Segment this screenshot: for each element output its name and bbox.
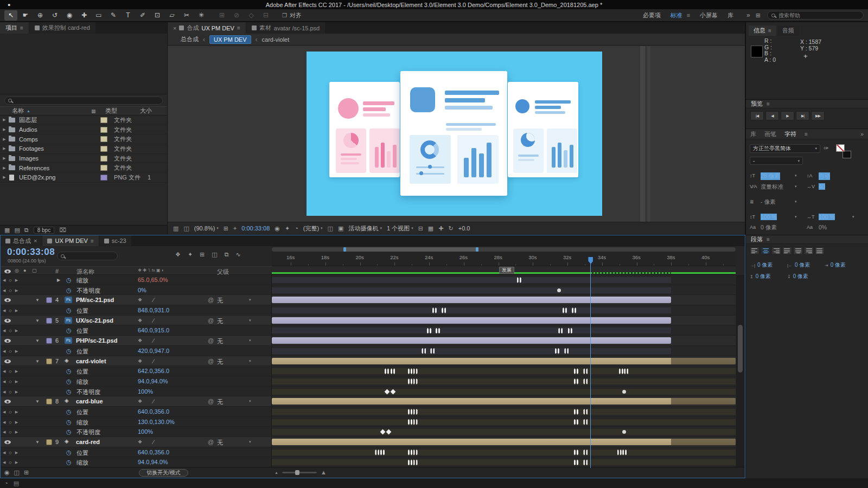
collapse-switch[interactable]: ❖ bbox=[138, 338, 142, 343]
column-type[interactable]: 类型 bbox=[105, 107, 140, 115]
property-value[interactable]: 100% bbox=[138, 428, 153, 435]
space-before-field[interactable]: ↥0 像素 bbox=[750, 272, 786, 281]
keyframe[interactable] bbox=[413, 419, 418, 425]
keyframe-nav[interactable]: ◀ ◇ ▶ bbox=[3, 369, 19, 374]
caret-down-icon[interactable]: ▾ bbox=[795, 200, 797, 204]
keyframe[interactable] bbox=[413, 378, 418, 384]
resolution-select[interactable]: (完整)▾ bbox=[303, 224, 323, 233]
selection-tool[interactable]: ↖ bbox=[4, 10, 17, 21]
stopwatch-icon[interactable]: ◷ bbox=[66, 368, 72, 375]
property-value[interactable]: 130.0,130.0% bbox=[138, 419, 175, 425]
stopwatch-icon[interactable]: ◷ bbox=[66, 428, 72, 435]
channels-icon[interactable]: ◫ bbox=[183, 225, 189, 232]
expand-transfer-controls-icon[interactable]: ◫ bbox=[14, 469, 20, 476]
label-color-chip[interactable] bbox=[46, 338, 52, 344]
magnification-select[interactable]: (90.8%)▾ bbox=[194, 225, 219, 232]
parent-pickwhip-icon[interactable]: @ bbox=[208, 358, 214, 364]
collapse-switch[interactable]: ❖ bbox=[138, 358, 142, 364]
keyframe-nav[interactable]: ◀ ◇ ▶ bbox=[3, 329, 19, 333]
font-style-select[interactable]: - ▾ bbox=[750, 157, 803, 165]
hand-tool[interactable]: ☛ bbox=[19, 10, 32, 21]
disclosure-icon[interactable]: ▼ bbox=[35, 359, 40, 364]
keyframe[interactable] bbox=[555, 348, 559, 354]
eraser-tool[interactable]: ▱ bbox=[165, 10, 178, 21]
exposure-value[interactable]: +0.0 bbox=[458, 225, 470, 232]
char-field-value[interactable]: 度量标准 bbox=[761, 183, 783, 191]
collapse-switch[interactable]: ❖ bbox=[138, 297, 142, 303]
property-value[interactable]: 94.0,94.0% bbox=[138, 378, 168, 384]
keyframe[interactable] bbox=[422, 348, 426, 354]
rotation-tool[interactable]: ↺ bbox=[48, 10, 61, 21]
timeline-property-row[interactable]: ◀ ◇ ▶◷位置420.0,947.0 bbox=[1, 346, 736, 356]
quality-switch[interactable]: ∕ bbox=[153, 297, 154, 303]
stopwatch-icon[interactable]: ◷ bbox=[66, 408, 72, 415]
shape-tool[interactable]: ▭ bbox=[92, 10, 105, 21]
zoom-slider[interactable] bbox=[282, 472, 317, 473]
property-value[interactable]: 848.0,931.0 bbox=[138, 307, 169, 313]
keyframe[interactable] bbox=[517, 277, 521, 283]
keyframe-nav[interactable]: ◀ ◇ ▶ bbox=[3, 460, 19, 465]
work-area-end-handle[interactable] bbox=[476, 247, 478, 252]
char-field-value[interactable]: 100 % bbox=[819, 214, 835, 220]
indent-left-field[interactable]: →|0 像素 bbox=[750, 261, 786, 269]
project-column-headers[interactable]: 名称▲ ▦ 类型 大小 bbox=[0, 106, 167, 115]
stopwatch-icon[interactable]: ◷ bbox=[66, 348, 72, 355]
caret-down-icon[interactable]: ▾ bbox=[795, 215, 797, 219]
keyframe-nav[interactable]: ◀ ◇ ▶ bbox=[3, 278, 19, 282]
quality-switch[interactable]: ∕ bbox=[153, 358, 154, 364]
time-ruler[interactable]: 16s18s20s22s24s26s28s30s32s34s36s38s40s bbox=[272, 246, 736, 266]
keyframe[interactable] bbox=[574, 409, 578, 415]
property-value[interactable]: 420.0,947.0 bbox=[138, 348, 169, 354]
parent-pickwhip-icon[interactable]: @ bbox=[208, 398, 214, 404]
work-area-start-handle[interactable] bbox=[343, 247, 346, 252]
interpret-footage-icon[interactable]: ▤ bbox=[14, 227, 20, 234]
keyframe[interactable] bbox=[413, 450, 418, 455]
char-field-value[interactable]: 28 像素 bbox=[761, 172, 780, 180]
project-row[interactable]: ▶Comps文件夹 bbox=[0, 134, 167, 144]
previous-frame-button[interactable]: ◀ bbox=[765, 111, 779, 120]
keyframe[interactable] bbox=[436, 328, 440, 333]
play-button[interactable]: ▶ bbox=[781, 111, 794, 120]
workspace-overflow-icon[interactable]: » bbox=[746, 11, 750, 19]
stopwatch-icon[interactable]: ◷ bbox=[66, 277, 72, 284]
keyframe-nav[interactable]: ◀ ◇ ▶ bbox=[3, 390, 19, 394]
keyframe[interactable] bbox=[619, 368, 623, 374]
disclosure-icon[interactable]: ▶ bbox=[0, 175, 9, 179]
panel-menu-icon[interactable]: ≡ bbox=[805, 131, 808, 137]
keyframe[interactable] bbox=[375, 450, 379, 455]
stopwatch-icon[interactable]: ◷ bbox=[66, 388, 72, 395]
tab-composition-ux-pm-dev[interactable]: × 合成 UX PM DEV ≡ bbox=[168, 22, 246, 34]
type-tool[interactable]: T bbox=[122, 10, 135, 21]
collapse-switch[interactable]: ❖ bbox=[138, 399, 142, 404]
label-color-chip[interactable] bbox=[100, 165, 107, 171]
align-toggle[interactable]: ❐ 对齐 bbox=[282, 11, 302, 20]
keyframe-nav[interactable]: ◀ ◇ ▶ bbox=[3, 288, 19, 293]
keyframe[interactable] bbox=[622, 450, 627, 455]
layer-duration-bar[interactable] bbox=[272, 439, 736, 445]
stroke-color-swatch[interactable] bbox=[836, 144, 845, 152]
eye-icon[interactable] bbox=[4, 400, 11, 403]
puppet-pin-tool[interactable]: ✳ bbox=[195, 10, 208, 21]
camera-widget-icon[interactable]: ⊟ bbox=[259, 10, 272, 21]
keyframe[interactable] bbox=[413, 368, 418, 374]
fast-previews-icon[interactable]: ◫ bbox=[328, 225, 333, 232]
keyframe[interactable] bbox=[568, 328, 572, 333]
indent-right-field[interactable]: |←0 像素 bbox=[787, 261, 823, 269]
stopwatch-icon[interactable]: ◷ bbox=[66, 459, 72, 466]
expand-layer-switches-icon[interactable]: ◉ bbox=[4, 469, 10, 476]
mini-timeline-icon[interactable]: ▦ bbox=[428, 225, 433, 232]
tab-footage-sc-15[interactable]: 素材 avatar /sc-15.psd bbox=[246, 22, 325, 34]
label-color-chip[interactable] bbox=[46, 399, 52, 404]
workspace-tab[interactable]: 必要项 bbox=[643, 11, 661, 20]
label-color-chip[interactable] bbox=[100, 136, 107, 142]
stopwatch-icon[interactable]: ◷ bbox=[66, 449, 72, 456]
breadcrumb-current[interactable]: UX PM DEV bbox=[209, 35, 251, 44]
tab-timeline-sc-23[interactable]: sc-23 bbox=[99, 235, 131, 246]
timeline-property-row[interactable]: ◀ ◇ ▶◷位置640.0,356.0 bbox=[1, 407, 736, 417]
char-field-value[interactable]: 40 bbox=[819, 183, 825, 190]
camera-select[interactable]: 活动摄像机▾ bbox=[348, 224, 382, 233]
hide-shy-layers-icon[interactable]: ⊞ bbox=[200, 251, 205, 258]
pixel-aspect-icon[interactable]: ⊟ bbox=[418, 225, 423, 232]
help-search-input[interactable] bbox=[778, 12, 859, 18]
timeline-layer-row[interactable]: ▼9◈card-red❖∕@无▾ bbox=[1, 437, 736, 447]
